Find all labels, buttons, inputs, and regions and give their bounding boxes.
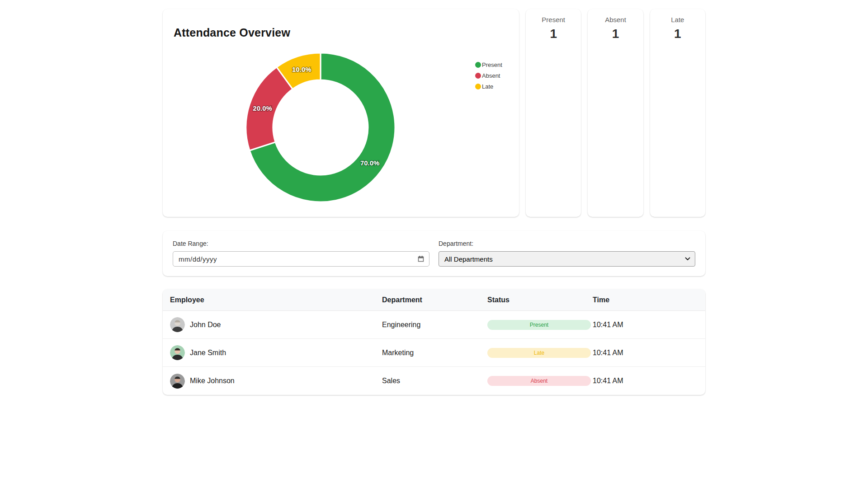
chevron-down-icon xyxy=(685,257,690,261)
legend-item-present[interactable]: Present xyxy=(475,61,502,68)
attendance-overview-card: Attendance Overview 70.0%20.0%10.0% Pres… xyxy=(163,9,519,217)
employee-cell: Mike Johnson xyxy=(170,374,382,389)
time-cell: 10:41 AM xyxy=(593,349,698,357)
department-group: Department: All Departments xyxy=(439,240,695,267)
employee-cell: Jane Smith xyxy=(170,345,382,360)
department-select[interactable]: All Departments xyxy=(439,251,695,267)
legend-item-absent[interactable]: Absent xyxy=(475,72,502,79)
status-badge: Absent xyxy=(487,376,591,386)
stat-card-present: Present 1 xyxy=(526,9,581,217)
date-range-input[interactable]: mm/dd/yyyy xyxy=(173,251,429,267)
time-cell: 10:41 AM xyxy=(593,321,698,329)
employee-name: John Doe xyxy=(190,321,221,329)
column-header-employee: Employee xyxy=(170,296,382,304)
avatar xyxy=(170,374,185,389)
employee-cell: John Doe xyxy=(170,317,382,332)
status-cell: Late xyxy=(487,348,593,358)
table-row: Mike Johnson Sales Absent 10:41 AM xyxy=(163,367,705,395)
stat-label: Absent xyxy=(588,16,643,23)
department-cell: Marketing xyxy=(382,349,487,357)
date-range-label: Date Range: xyxy=(173,240,429,247)
top-row: Attendance Overview 70.0%20.0%10.0% Pres… xyxy=(163,9,705,217)
status-cell: Present xyxy=(487,320,593,330)
column-header-status: Status xyxy=(487,296,593,304)
legend-dot-present-icon xyxy=(475,62,481,68)
status-cell: Absent xyxy=(487,376,593,386)
filters-card: Date Range: mm/dd/yyyy Department: All D… xyxy=(163,231,705,276)
department-cell: Sales xyxy=(382,377,487,385)
legend-label: Late xyxy=(482,83,493,90)
stat-card-late: Late 1 xyxy=(650,9,705,217)
donut-datalabel: 20.0% xyxy=(253,104,272,112)
employee-name: Mike Johnson xyxy=(190,377,235,385)
donut-datalabel: 10.0% xyxy=(292,66,311,73)
stat-card-absent: Absent 1 xyxy=(588,9,643,217)
legend-dot-absent-icon xyxy=(475,73,481,79)
avatar xyxy=(170,345,185,360)
stat-value: 1 xyxy=(650,27,705,41)
date-range-group: Date Range: mm/dd/yyyy xyxy=(173,240,429,267)
stat-label: Present xyxy=(526,16,581,23)
stat-value: 1 xyxy=(588,27,643,41)
donut-chart-svg[interactable]: 70.0%20.0%10.0% xyxy=(244,51,397,204)
donut-datalabel: 70.0% xyxy=(360,159,380,167)
status-badge: Present xyxy=(487,320,591,330)
chart-legend: Present Absent Late xyxy=(475,61,502,90)
employee-name: Jane Smith xyxy=(190,349,226,357)
department-label: Department: xyxy=(439,240,695,247)
time-cell: 10:41 AM xyxy=(593,377,698,385)
column-header-department: Department xyxy=(382,296,487,304)
legend-label: Absent xyxy=(482,72,500,79)
attendance-donut-chart[interactable]: 70.0%20.0%10.0% xyxy=(244,51,397,204)
dashboard: Attendance Overview 70.0%20.0%10.0% Pres… xyxy=(163,0,705,395)
table-row: Jane Smith Marketing Late 10:41 AM xyxy=(163,339,705,367)
stat-value: 1 xyxy=(526,27,581,41)
avatar xyxy=(170,317,185,332)
calendar-icon[interactable] xyxy=(417,255,425,263)
date-placeholder: mm/dd/yyyy xyxy=(179,255,217,263)
column-header-time: Time xyxy=(593,296,698,304)
table-header: Employee Department Status Time xyxy=(163,289,705,311)
department-selected-value: All Departments xyxy=(444,255,493,263)
legend-item-late[interactable]: Late xyxy=(475,83,502,90)
chart-title: Attendance Overview xyxy=(174,26,508,39)
legend-label: Present xyxy=(482,61,502,68)
department-cell: Engineering xyxy=(382,321,487,329)
status-badge: Late xyxy=(487,348,591,358)
attendance-table-card: Employee Department Status Time John Doe… xyxy=(163,289,705,395)
stat-label: Late xyxy=(650,16,705,23)
legend-dot-late-icon xyxy=(475,84,481,89)
table-row: John Doe Engineering Present 10:41 AM xyxy=(163,311,705,339)
